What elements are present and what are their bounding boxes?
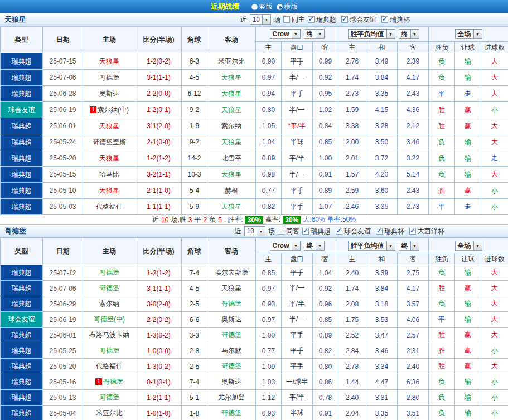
scope-select[interactable]: 全场▼	[455, 29, 482, 39]
away-team-name[interactable]: 尤尔加登	[218, 393, 245, 401]
checkbox-checked-icon[interactable]	[376, 228, 383, 235]
vertical-layout-radio[interactable]: 竖版	[251, 2, 273, 12]
away-team-name[interactable]: 哥德堡	[221, 300, 241, 307]
away-team-name[interactable]: 奥斯达	[221, 315, 241, 323]
avg-stage-select[interactable]: 终▼	[399, 241, 419, 251]
bookmaker-select[interactable]: Crow▼	[270, 241, 301, 251]
checkbox-checked-icon[interactable]	[381, 16, 388, 23]
league-filter[interactable]: 球会友谊	[341, 15, 376, 25]
away-team-name[interactable]: 天狼星	[221, 138, 241, 146]
handicap-result-cell: 输	[455, 150, 481, 167]
away-odds-cell: 0.89	[313, 328, 338, 343]
home-team-name[interactable]: 索尔纳(中)	[98, 106, 129, 114]
home-team-name[interactable]: 布洛马波卡纳	[89, 331, 129, 339]
home-team-name[interactable]: 天狼星	[99, 154, 119, 162]
home-team-name[interactable]: 代格福什	[96, 362, 123, 370]
handicap-cell: 半/一	[282, 70, 313, 86]
radio-checked-icon[interactable]	[277, 4, 283, 10]
league-filter[interactable]: 瑞典超	[302, 227, 331, 236]
summary-segment: 近	[152, 215, 159, 224]
league-filter[interactable]: 大西洋杯	[409, 227, 444, 236]
away-team-name[interactable]: 赫根	[225, 187, 238, 194]
home-team-name[interactable]: 天狼星	[99, 57, 119, 65]
away-team-name[interactable]: 天狼星	[221, 284, 241, 292]
home-team-name[interactable]: 哥德堡	[99, 393, 119, 401]
home-team-name[interactable]: 索尔纳	[99, 300, 119, 307]
away-team-name[interactable]: 马尔默	[221, 346, 241, 354]
home-team-name[interactable]: 哥德堡盖斯	[93, 138, 126, 146]
away-team-name[interactable]: 天狼星	[221, 106, 241, 114]
wdl-avg-group: 胜平负均值▼ 终▼	[338, 238, 429, 253]
goals-result-cell: 大	[481, 281, 508, 296]
date-cell: 25-07-12	[43, 265, 83, 281]
handicap-result-cell: 输	[455, 167, 481, 183]
away-team-name[interactable]: 埃尔夫斯堡	[215, 268, 248, 276]
away-odds-cell: 0.96	[313, 296, 338, 312]
bookmaker-select[interactable]: Crow▼	[270, 29, 301, 39]
same-venue-filter[interactable]: 同主	[283, 15, 305, 25]
checkbox-checked-icon[interactable]	[308, 16, 315, 23]
checkbox-checked-icon[interactable]	[341, 16, 348, 23]
away-team-name[interactable]: 哥德堡	[221, 362, 241, 370]
home-team-name[interactable]: 哈马比	[99, 170, 119, 178]
matches-tbody: 瑞典超25-07-12哥德堡1-2(1-2)7-4埃尔夫斯堡0.85平手1.04…	[1, 265, 508, 420]
section-header: 哥德堡 近 10▼ 场 同客 瑞典超球会友谊瑞典杯大西洋杯	[0, 225, 508, 238]
checkbox-checked-icon[interactable]	[409, 228, 416, 235]
checkbox-checked-icon[interactable]	[336, 228, 342, 235]
league-filter-label: 瑞典杯	[384, 227, 404, 236]
date-cell: 25-05-20	[43, 150, 83, 167]
scope-select[interactable]: 全场▼	[455, 241, 482, 251]
away-team-name[interactable]: 北雪平	[221, 154, 241, 162]
checkbox-unchecked-icon[interactable]	[283, 16, 290, 23]
league-filter[interactable]: 瑞典杯	[381, 15, 410, 25]
league-filter[interactable]: 瑞典杯	[376, 227, 404, 236]
home-odds-cell: 0.93	[256, 296, 282, 312]
checkbox-checked-icon[interactable]	[302, 228, 309, 235]
away-team-name[interactable]: 天狼星	[221, 90, 241, 97]
home-team-name[interactable]: 天狼星	[99, 122, 119, 130]
away-team-name[interactable]: 天狼星	[221, 170, 241, 178]
away-team-name[interactable]: 奥斯达	[221, 378, 241, 385]
summary-segment: 场,胜	[171, 215, 186, 224]
odds-stage-select[interactable]: 终▼	[304, 241, 325, 251]
home-team-name[interactable]: 哥德堡	[99, 284, 119, 292]
home-team-name[interactable]: 天狼星	[99, 187, 119, 194]
avg-home-cell: 2.08	[338, 296, 366, 312]
checkbox-unchecked-icon[interactable]	[278, 228, 284, 235]
avg-draw-cell: 4.47	[366, 374, 398, 390]
away-team-name[interactable]: 天狼星	[221, 203, 241, 211]
avg-select[interactable]: 胜平负均值▼	[348, 241, 395, 251]
same-venue-filter[interactable]: 同客	[278, 227, 299, 236]
home-team-name[interactable]: 哥德堡	[99, 346, 119, 354]
league-filter[interactable]: 瑞典超	[308, 15, 336, 25]
team-name: 哥德堡	[4, 226, 26, 236]
avg-stage-select[interactable]: 终▼	[399, 29, 419, 39]
league-filter[interactable]: 球会友谊	[336, 227, 371, 236]
goals-result-cell: 小	[481, 390, 508, 406]
avg-select[interactable]: 胜平负均值▼	[348, 29, 395, 39]
away-team-name[interactable]: 米亚尔比	[218, 57, 245, 65]
avg-away-cell: 2.43	[398, 183, 429, 199]
match-count-select[interactable]: 10▼	[244, 226, 265, 236]
home-team-name[interactable]: 哥德堡(中)	[94, 315, 125, 323]
goals-result-cell: 小	[481, 343, 508, 359]
home-team-name[interactable]: 哥德堡	[99, 74, 119, 81]
radio-unchecked-icon[interactable]	[251, 4, 258, 10]
home-team-name[interactable]: 哥德堡	[103, 378, 123, 385]
home-team-cell: 1哥德堡	[83, 374, 136, 390]
summary-segment: 3	[188, 216, 192, 224]
home-team-name[interactable]: 代格福什	[96, 203, 123, 211]
odds-stage-select[interactable]: 终▼	[304, 29, 325, 39]
home-team-name[interactable]: 哥德堡	[99, 268, 119, 276]
league-filter-label: 球会友谊	[350, 15, 376, 25]
away-team-name[interactable]: 索尔纳	[221, 122, 241, 130]
home-team-name[interactable]: 米亚尔比	[96, 409, 123, 417]
away-team-name[interactable]: 天狼星	[221, 74, 241, 81]
handicap-result-cell: 输	[455, 70, 481, 86]
avg-away-cell: 3.46	[398, 134, 429, 150]
away-team-name[interactable]: 哥德堡	[221, 331, 241, 339]
home-team-name[interactable]: 奥斯达	[99, 90, 119, 97]
match-count-select[interactable]: 10▼	[250, 14, 271, 25]
horizontal-layout-radio[interactable]: 横版	[277, 2, 298, 12]
away-team-name[interactable]: 哥德堡	[221, 409, 241, 417]
